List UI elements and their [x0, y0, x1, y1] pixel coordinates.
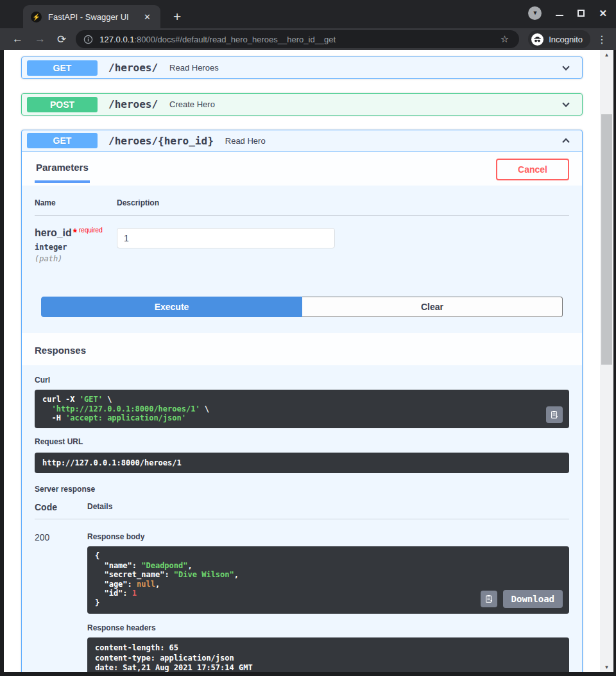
response-details: Response body { "name": "Deadpond", "sec…	[87, 532, 569, 672]
parameter-name-cell: hero_id*required integer (path)	[35, 227, 117, 285]
browser-viewport: GET /heroes/ Read Heroes POST /heroes/ C…	[0, 50, 616, 676]
copy-to-clipboard-button[interactable]	[481, 591, 497, 607]
required-asterisk: *	[73, 227, 77, 238]
response-headers-block: content-length: 65content-type: applicat…	[87, 637, 569, 672]
browser-window: ⚡ FastAPI - Swagger UI ✕ + ▼ ✕ ← → ⟳ 127…	[0, 0, 616, 676]
method-badge: GET	[27, 60, 98, 76]
url-host: 127.0.0.1	[99, 35, 134, 44]
response-body-block: { "name": "Deadpond", "secret_name": "Di…	[87, 546, 569, 614]
incognito-icon	[531, 33, 543, 46]
incognito-label: Incognito	[549, 35, 583, 44]
required-label: required	[79, 227, 103, 234]
fastapi-favicon-icon: ⚡	[31, 12, 42, 22]
scrollbar-thumb[interactable]	[601, 114, 612, 365]
method-badge: POST	[27, 97, 98, 112]
execute-button[interactable]: Execute	[41, 297, 302, 317]
tab-search-icon[interactable]: ▼	[528, 6, 542, 20]
responses-body: Curl curl -X 'GET' \ 'http://127.0.0.1:8…	[22, 365, 582, 672]
parameter-value-cell	[117, 227, 335, 285]
clear-button[interactable]: Clear	[302, 297, 563, 317]
opblock-get-hero-id: GET /heroes/{hero_id} Read Hero Paramete…	[21, 130, 583, 672]
chevron-up-icon[interactable]	[560, 135, 572, 146]
maximize-button[interactable]	[578, 10, 585, 17]
status-code: 200	[35, 532, 87, 672]
endpoint-path: /heroes/	[108, 98, 158, 110]
back-icon[interactable]: ←	[6, 33, 29, 46]
response-row: 200 Response body { "name": "Deadpond", …	[35, 532, 569, 672]
copy-to-clipboard-button[interactable]	[546, 406, 563, 423]
method-badge: GET	[27, 133, 98, 148]
scrollbar[interactable]: ▲ ▼	[600, 50, 613, 672]
parameter-row: hero_id*required integer (path)	[35, 216, 569, 285]
response-body-actions: Download	[481, 590, 563, 608]
endpoint-summary: Read Hero	[225, 136, 266, 146]
clipboard-icon	[550, 410, 559, 419]
tab-close-icon[interactable]: ✕	[141, 12, 154, 22]
browser-toolbar: ← → ⟳ 127.0.0.1:8000/docs#/default/read_…	[0, 28, 616, 50]
info-icon[interactable]	[83, 35, 93, 44]
parameter-name: hero_id*required	[35, 227, 117, 239]
hero-id-input[interactable]	[117, 228, 335, 248]
response-columns: Code Details	[35, 502, 569, 519]
opblock-get-heroes: GET /heroes/ Read Heroes	[21, 56, 583, 79]
request-url-label: Request URL	[35, 437, 569, 446]
opblock-post-heroes: POST /heroes/ Create Hero	[21, 93, 583, 116]
parameter-type: integer	[35, 243, 117, 252]
endpoint-summary: Read Heroes	[169, 63, 219, 73]
new-tab-button[interactable]: +	[169, 9, 185, 24]
execute-wrapper: Execute Clear	[22, 285, 582, 333]
opblock-summary-get-hero-id[interactable]: GET /heroes/{hero_id} Read Hero	[22, 130, 582, 152]
chevron-down-icon[interactable]	[560, 62, 572, 74]
reload-icon[interactable]: ⟳	[51, 33, 72, 46]
response-body-label: Response body	[87, 532, 569, 541]
request-url-block: http://127.0.0.1:8000/heroes/1	[35, 453, 569, 474]
description-column-header: Description	[117, 198, 159, 207]
minimize-button[interactable]	[556, 15, 563, 16]
address-bar[interactable]: 127.0.0.1:8000/docs#/default/read_hero_h…	[76, 30, 519, 48]
cancel-button[interactable]: Cancel	[496, 159, 569, 180]
download-button[interactable]: Download	[503, 590, 563, 608]
curl-label: Curl	[35, 376, 569, 385]
window-close-button[interactable]: ✕	[599, 10, 607, 17]
endpoint-path: /heroes/{hero_id}	[108, 135, 214, 147]
details-column-header: Details	[87, 502, 112, 512]
scroll-up-icon[interactable]: ▲	[600, 52, 613, 58]
tab-strip: ⚡ FastAPI - Swagger UI ✕ + ▼ ✕	[0, 0, 616, 28]
parameters-columns: Name Description	[35, 198, 569, 216]
bookmark-star-icon[interactable]: ☆	[498, 33, 511, 45]
parameters-table: Name Description hero_id*required intege…	[22, 186, 582, 285]
clipboard-icon	[484, 594, 493, 603]
response-headers-label: Response headers	[87, 623, 569, 632]
endpoint-summary: Create Hero	[169, 100, 215, 109]
code-column-header: Code	[35, 502, 87, 512]
parameter-location: (path)	[35, 254, 117, 263]
forward-icon[interactable]: →	[29, 33, 51, 46]
tab-parameters[interactable]: Parameters	[35, 162, 90, 183]
endpoint-path: /heroes/	[108, 62, 158, 74]
parameters-section-header: Parameters Cancel	[22, 152, 582, 186]
url-path: :8000/docs#/default/read_hero_heroes__he…	[134, 35, 336, 44]
url-text: 127.0.0.1:8000/docs#/default/read_hero_h…	[99, 35, 498, 44]
swagger-page: GET /heroes/ Read Heroes POST /heroes/ C…	[4, 50, 600, 672]
browser-tab[interactable]: ⚡ FastAPI - Swagger UI ✕	[23, 5, 160, 28]
curl-code-block: curl -X 'GET' \ 'http://127.0.0.1:8000/h…	[35, 390, 569, 428]
window-controls: ▼ ✕	[528, 6, 607, 20]
incognito-badge: Incognito	[528, 30, 590, 48]
tab-title: FastAPI - Swagger UI	[48, 12, 141, 22]
chevron-down-icon[interactable]	[560, 99, 572, 110]
name-column-header: Name	[35, 198, 117, 207]
responses-title: Responses	[35, 342, 86, 363]
menu-icon[interactable]: ⋮	[590, 33, 610, 46]
opblock-summary-get-heroes[interactable]: GET /heroes/ Read Heroes	[22, 57, 582, 78]
server-response-label: Server response	[35, 485, 569, 494]
responses-section-header: Responses	[22, 333, 582, 365]
scroll-down-icon[interactable]: ▼	[600, 664, 613, 670]
opblock-summary-post-heroes[interactable]: POST /heroes/ Create Hero	[22, 94, 582, 115]
